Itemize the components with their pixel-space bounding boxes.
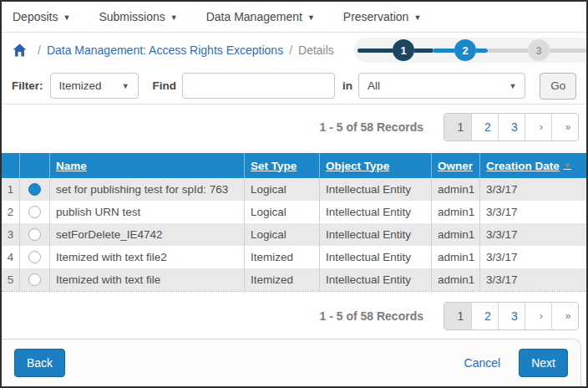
filter-label: Filter: (12, 79, 43, 92)
top-menubar: Deposits ▼ Submissions ▼ Data Management… (2, 2, 586, 33)
row-radio-cell (20, 223, 50, 246)
menu-data-management[interactable]: Data Management ▼ (206, 10, 315, 23)
records-summary: 1 - 5 of 58 Records (320, 120, 424, 134)
cell-object-type: Intellectual Entity (320, 201, 432, 223)
row-radio[interactable] (28, 228, 41, 241)
pagination-top: 1 2 3 › » (444, 113, 579, 141)
header-rownum (2, 153, 20, 178)
page-button-1[interactable]: 1 (444, 114, 471, 140)
cell-name: publish URN test (50, 201, 245, 223)
last-page-button[interactable]: » (551, 303, 578, 329)
cell-owner: admin1 (432, 246, 480, 268)
cancel-link[interactable]: Cancel (464, 356, 501, 370)
find-label: Find (153, 79, 177, 92)
table-header-row: Name Set Type Object Type Owner Creation… (2, 153, 586, 178)
table-row: 3 setForDelete_IE4742 Logical Intellectu… (2, 223, 586, 246)
stepper-line (488, 48, 528, 53)
home-icon[interactable] (13, 43, 27, 57)
page-button-3[interactable]: 3 (498, 114, 525, 140)
row-radio[interactable] (28, 183, 41, 196)
next-page-button[interactable]: › (525, 303, 551, 329)
cell-name: Itemized with text file2 (50, 246, 245, 268)
menu-submissions[interactable]: Submissions ▼ (99, 10, 177, 23)
header-creation-date[interactable]: Creation Date▼ (480, 153, 586, 178)
cell-set-type: Itemized (245, 246, 320, 268)
menu-deposits[interactable]: Deposits ▼ (13, 10, 70, 23)
in-label: in (342, 79, 352, 92)
header-owner[interactable]: Owner (432, 153, 480, 178)
stepper-line (357, 48, 393, 53)
last-page-button[interactable]: » (551, 114, 578, 140)
cell-owner: admin1 (432, 223, 480, 246)
dropdown-caret-icon: ▼ (63, 13, 70, 22)
cell-owner: admin1 (432, 201, 480, 223)
cell-creation-date: 3/3/17 (480, 246, 586, 268)
dropdown-caret-icon: ▼ (307, 13, 315, 22)
stepper-line (550, 48, 586, 53)
cell-creation-date: 3/3/17 (480, 223, 586, 246)
row-number: 1 (2, 178, 20, 201)
cell-set-type: Itemized (245, 268, 320, 291)
table-row: 5 Itemized with text file Itemized Intel… (2, 268, 586, 291)
menu-label: Submissions (99, 10, 165, 23)
in-select-value: All (368, 79, 380, 92)
stepper-line (433, 48, 454, 53)
page-button-2[interactable]: 2 (471, 303, 498, 329)
page-button-2[interactable]: 2 (471, 114, 498, 140)
next-button[interactable]: Next (519, 349, 568, 377)
row-number: 5 (2, 268, 20, 291)
wizard-step-3: 3 (528, 39, 550, 61)
back-button[interactable]: Back (14, 349, 65, 377)
find-input[interactable] (182, 73, 335, 99)
row-radio[interactable] (28, 206, 41, 218)
breadcrumb-link[interactable]: Data Management: Access Rights Exception… (47, 43, 283, 57)
filter-bar: Filter: Itemized ▼ Find in All ▼ Go (2, 68, 586, 105)
cell-creation-date: 3/3/17 (480, 178, 586, 201)
dropdown-caret-icon: ▼ (122, 81, 129, 90)
filter-select[interactable]: Itemized ▼ (50, 73, 139, 99)
cell-creation-date: 3/3/17 (480, 201, 586, 223)
go-button[interactable]: Go (540, 73, 576, 100)
wizard-footer: Back Cancel Next (2, 339, 581, 386)
cell-name: setForDelete_IE4742 (50, 223, 245, 246)
breadcrumb-current: Details (298, 43, 334, 57)
page-button-1[interactable]: 1 (444, 303, 471, 329)
menu-preservation[interactable]: Preservation ▼ (343, 10, 422, 23)
records-row-bottom: 1 - 5 of 58 Records 1 2 3 › » (2, 292, 586, 339)
next-page-button[interactable]: › (525, 114, 551, 140)
header-set-type[interactable]: Set Type (245, 153, 320, 178)
menu-label: Deposits (13, 10, 58, 23)
pagination-bottom: 1 2 3 › » (444, 302, 579, 330)
stepper-line (414, 48, 433, 53)
dropdown-caret-icon: ▼ (509, 81, 517, 90)
filter-select-value: Itemized (59, 79, 102, 92)
cell-set-type: Logical (245, 223, 320, 246)
breadcrumb-separator: / (38, 43, 41, 57)
dropdown-caret-icon: ▼ (413, 13, 421, 22)
cell-object-type: Intellectual Entity (320, 268, 432, 291)
records-summary: 1 - 5 of 58 Records (320, 309, 424, 323)
wizard-step-2: 2 (454, 39, 476, 61)
row-radio[interactable] (28, 251, 41, 263)
breadcrumb-row: / Data Management: Access Rights Excepti… (2, 33, 586, 68)
page-button-3[interactable]: 3 (498, 303, 525, 329)
stepper-line (476, 48, 488, 53)
cell-name: Itemized with text file (50, 268, 245, 291)
row-radio-cell (20, 201, 50, 223)
header-object-type[interactable]: Object Type (320, 153, 432, 178)
in-select[interactable]: All ▼ (358, 73, 525, 99)
header-select (20, 153, 50, 178)
results-table: Name Set Type Object Type Owner Creation… (2, 153, 586, 292)
table-row: 4 Itemized with text file2 Itemized Inte… (2, 246, 586, 268)
cell-object-type: Intellectual Entity (320, 223, 432, 246)
cell-set-type: Logical (245, 201, 320, 223)
table-row: 2 publish URN test Logical Intellectual … (2, 201, 586, 223)
cell-creation-date: 3/3/17 (480, 268, 586, 291)
menu-label: Preservation (343, 10, 409, 23)
row-number: 2 (2, 201, 20, 223)
cell-owner: admin1 (432, 178, 480, 201)
footer-right-actions: Cancel Next (464, 349, 568, 377)
cell-owner: admin1 (432, 268, 480, 291)
header-name[interactable]: Name (50, 153, 245, 178)
row-radio[interactable] (28, 273, 41, 286)
